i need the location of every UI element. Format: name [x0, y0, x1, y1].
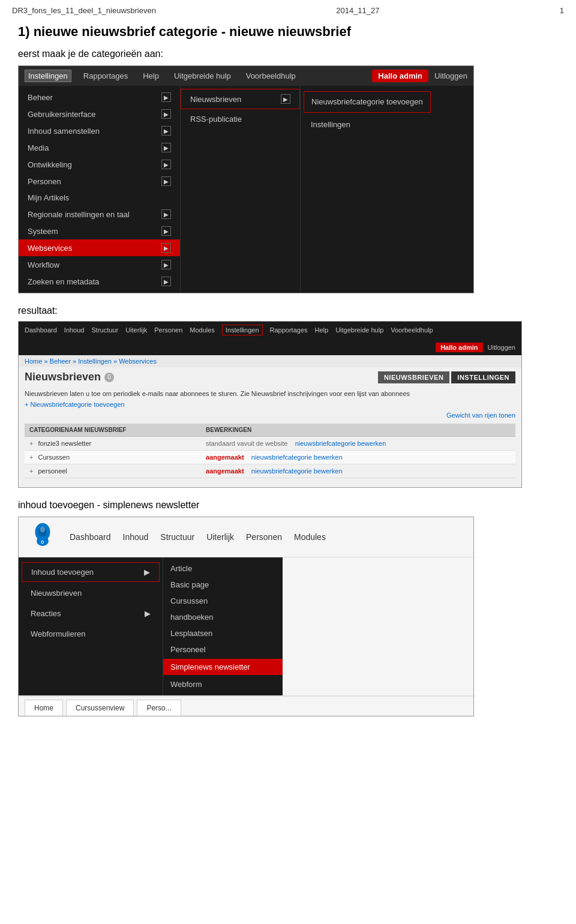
col2-webform[interactable]: Webform	[163, 676, 283, 692]
menu-media[interactable]: Media ▶	[19, 139, 180, 156]
status-3: aangemaakt	[206, 467, 244, 475]
edit-link-3[interactable]: nieuwsbriefcategorie bewerken	[251, 467, 343, 475]
nav2-dashboard[interactable]: Dashboard	[70, 532, 111, 542]
nav-uitgebreide[interactable]: Uitgebreide hulp	[335, 326, 383, 334]
nav2-personen[interactable]: Personen	[246, 532, 282, 542]
tab-cursussenview[interactable]: Cursussenview	[66, 700, 134, 716]
menu-uitgebreide-hulp[interactable]: Uitgebreide hulp	[171, 70, 234, 82]
top-nav: Dashboard Inhoud Structuur Uiterlijk Per…	[70, 532, 326, 542]
arrow-icon: ▶	[161, 277, 171, 286]
cat-name-1: + fonzie3 newsletter	[25, 437, 201, 451]
menu-nieuwsbriefcategorie[interactable]: Nieuwsbriefcategorie toevoegen	[304, 91, 431, 113]
menu-personen[interactable]: Personen ▶	[19, 173, 180, 190]
menu-webservices[interactable]: Webservices ▶	[19, 239, 180, 256]
arrow-icon: ▶	[161, 92, 171, 102]
filename: DR3_fons_les_11_deel_1_nieuwsbrieven	[12, 6, 156, 15]
page-number: 1	[560, 6, 564, 15]
button-group: NIEUWSBRIEVEN INSTELLINGEN	[378, 371, 515, 383]
section-title: 1) nieuwe nieuwsbrief categorie - nieuwe…	[18, 24, 558, 40]
col1-nieuwsbrieven[interactable]: Nieuwsbrieven	[22, 584, 160, 602]
add-category-link[interactable]: Nieuwsbriefcategorie toevoegen	[19, 399, 521, 410]
col2-lesplaatsen[interactable]: Lesplaatsen	[163, 625, 283, 641]
nav-inhoud[interactable]: Inhoud	[64, 326, 85, 334]
arrow-icon: ▶	[161, 209, 171, 219]
uitloggen-btn[interactable]: Uitloggen	[488, 344, 515, 351]
menu-mijn-artikels[interactable]: Mijn Artikels	[19, 190, 180, 206]
menu-help[interactable]: Help	[140, 70, 162, 82]
menu-beheer[interactable]: Beheer ▶	[19, 89, 180, 106]
menu-inhoud-samenstellen[interactable]: Inhoud samenstellen ▶	[19, 122, 180, 139]
hallo-admin-badge: Hallo admin	[436, 343, 482, 352]
col1-reacties[interactable]: Reacties ▶	[22, 604, 160, 623]
status-2: aangemaakt	[206, 454, 244, 461]
tab-perso[interactable]: Perso...	[137, 700, 181, 716]
col2-personeel[interactable]: Personeel	[163, 641, 283, 658]
col2-handboeken[interactable]: handboeken	[163, 609, 283, 625]
edit-link-1[interactable]: nieuwsbriefcategorie bewerken	[295, 440, 386, 447]
menu-right-panel: Nieuwsbriefcategorie toevoegen Instellin…	[301, 86, 434, 293]
nav-help[interactable]: Help	[315, 326, 329, 334]
arrow-icon: ▶	[161, 176, 171, 186]
menu-systeem[interactable]: Systeem ▶	[19, 223, 180, 239]
arrow-icon: ▶	[161, 143, 171, 152]
arrow-icon: ▶	[281, 94, 290, 104]
col1-inhoud-toevoegen[interactable]: Inhoud toevoegen ▶	[22, 562, 160, 582]
nav-personen[interactable]: Personen	[154, 326, 182, 334]
categories-table: CATEGORIENAAM NIEUWSBRIEF BEWERKINGEN + …	[25, 424, 515, 478]
menu-gebruikersinterface[interactable]: Gebruikersinterface ▶	[19, 106, 180, 122]
menu-nieuwsbrieven[interactable]: Nieuwsbrieven ▶	[181, 89, 300, 109]
table-row: + Cursussen aangemaakt nieuwsbriefcatego…	[25, 451, 515, 464]
arrow-icon: ▶	[161, 260, 171, 269]
col2-article[interactable]: Article	[163, 560, 283, 577]
nav2-modules[interactable]: Modules	[294, 532, 326, 542]
nieuwsbrieven-btn[interactable]: NIEUWSBRIEVEN	[378, 371, 449, 383]
menu-zoeken[interactable]: Zoeken en metadata ▶	[19, 273, 180, 290]
menu-rapportages[interactable]: Rapportages	[80, 70, 131, 82]
uitloggen-link[interactable]: Uitloggen	[434, 71, 467, 80]
drupal-logo-icon: D	[28, 522, 58, 552]
instellingen-btn[interactable]: INSTELLINGEN	[451, 371, 515, 383]
arrow-icon: ▶	[145, 609, 151, 618]
bottom-tabs: Home Cursussenview Perso...	[19, 695, 473, 716]
menu-instellingen-sub[interactable]: Instellingen	[304, 115, 431, 134]
page-header: DR3_fons_les_11_deel_1_nieuwsbrieven 201…	[0, 0, 576, 18]
nav2-structuur[interactable]: Structuur	[160, 532, 194, 542]
nav-structuur[interactable]: Structuur	[91, 326, 118, 334]
col2-simplenews[interactable]: Simplenews newsletter	[163, 659, 283, 675]
page-title-area: Nieuwsbrieven 0	[25, 371, 114, 383]
arrow-icon: ▶	[144, 568, 150, 577]
page-title: Nieuwsbrieven	[25, 371, 101, 383]
main-content: 1) nieuwe nieuwsbrief categorie - nieuwe…	[0, 18, 576, 728]
nav-modules[interactable]: Modules	[190, 326, 215, 334]
nav-voorbeeldhulp[interactable]: Voorbeeldhulp	[391, 326, 433, 334]
desc-text: Nieuwsbrieven laten u toe om periodiek e…	[19, 387, 521, 399]
col1-webformulieren[interactable]: Webformulieren	[22, 625, 160, 643]
drupal-logo-bar: D Dashboard Inhoud Structuur Uiterlijk P…	[19, 517, 473, 557]
edit-link-2[interactable]: nieuwsbriefcategorie bewerken	[251, 454, 343, 461]
menu-rss[interactable]: RSS-publicatie	[181, 109, 300, 129]
menu-regionale[interactable]: Regionale instellingen en taal ▶	[19, 206, 180, 223]
col1: Inhoud toevoegen ▶ Nieuwsbrieven Reactie…	[19, 557, 163, 695]
col2-cursussen[interactable]: Cursussen	[163, 593, 283, 609]
menu-ontwikkeling[interactable]: Ontwikkeling ▶	[19, 156, 180, 173]
nav-uiterlijk[interactable]: Uiterlijk	[125, 326, 147, 334]
svg-text:D: D	[41, 540, 44, 544]
menu-instellingen[interactable]: Instellingen	[25, 70, 71, 82]
menu-left-panel: Beheer ▶ Gebruikersinterface ▶ Inhoud sa…	[19, 86, 181, 293]
col-header-bew: BEWERKINGEN	[201, 424, 515, 437]
nav2-uiterlijk[interactable]: Uiterlijk	[206, 532, 234, 542]
weight-toggle[interactable]: Gewicht van rijen tonen	[19, 410, 521, 421]
tab-home[interactable]: Home	[25, 700, 63, 716]
date: 2014_11_27	[336, 6, 379, 15]
nav-dashboard[interactable]: Dashboard	[25, 326, 57, 334]
breadcrumb: Home » Beheer » Instellingen » Webservic…	[19, 355, 521, 367]
nav2-inhoud[interactable]: Inhoud	[123, 532, 149, 542]
menu-columns: Inhoud toevoegen ▶ Nieuwsbrieven Reactie…	[19, 557, 473, 695]
nav-rapportages[interactable]: Rapportages	[270, 326, 308, 334]
cat-name-3: + personeel	[25, 464, 201, 478]
nav-instellingen[interactable]: Instellingen	[222, 325, 263, 335]
col2-basic-page[interactable]: Basic page	[163, 577, 283, 593]
menu-workflow[interactable]: Workflow ▶	[19, 256, 180, 273]
menu-voorbeeldhulp[interactable]: Voorbeeldhulp	[243, 70, 299, 82]
count-badge: 0	[104, 373, 114, 382]
